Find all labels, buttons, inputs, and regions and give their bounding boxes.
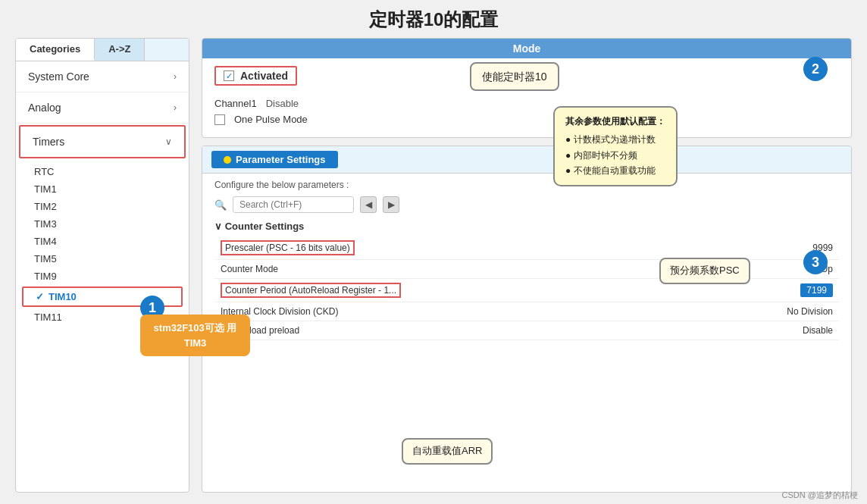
right-panel: Mode ✓ Activated Channel1 Disable One Pu… <box>202 38 852 493</box>
param-tab-label: Parameter Settings <box>236 154 326 165</box>
timer-rtc[interactable]: RTC <box>16 163 189 180</box>
chevron-right-icon: › <box>174 71 177 82</box>
tab-az[interactable]: A->Z <box>95 39 145 61</box>
table-row: Internal Clock Division (CKD) No Divisio… <box>214 302 839 321</box>
prev-arrow[interactable]: ◀ <box>360 196 377 213</box>
tab-categories[interactable]: Categories <box>16 39 95 61</box>
param-section: Parameter Settings Configure the below p… <box>202 146 852 493</box>
channel1-value: Disable <box>266 98 299 109</box>
table-row: Prescaler (PSC - 16 bits value) 9999 <box>214 236 839 260</box>
param-body: Configure the below parameters : 🔍 ◀ ▶ ∨… <box>202 174 851 492</box>
one-pulse-row: One Pulse Mode <box>214 114 839 125</box>
param-label: auto-reload preload <box>214 321 694 340</box>
table-row: auto-reload preload Disable <box>214 321 839 340</box>
timer-tim5[interactable]: TIM5 <box>16 250 189 268</box>
param-table: Prescaler (PSC - 16 bits value) 9999 Cou… <box>214 236 839 340</box>
stm32-callout: stm32F103可选 用TIM3 <box>140 315 250 356</box>
chevron-down-icon: ∨ <box>165 136 172 147</box>
arr-border: Counter Period (AutoReload Register - 1.… <box>221 283 401 298</box>
timer-tim1[interactable]: TIM1 <box>16 180 189 198</box>
timer-tim2[interactable]: TIM2 <box>16 198 189 215</box>
activated-checkbox[interactable]: ✓ <box>224 70 234 81</box>
param-header: Parameter Settings <box>202 146 851 174</box>
watermark: CSDN @追梦的桔梗 <box>782 490 858 501</box>
one-pulse-label: One Pulse Mode <box>234 114 308 125</box>
left-panel: Categories A->Z System Core › Analog › T… <box>15 38 189 493</box>
activated-row: ✓ Activated <box>214 66 297 86</box>
timer-tim9[interactable]: TIM9 <box>16 268 189 285</box>
search-input[interactable] <box>233 196 354 213</box>
channel1-label: Channel1 <box>214 98 257 109</box>
activated-label: Activated <box>240 70 288 82</box>
default-param-item: ● 不使能自动重载功能 <box>565 163 665 178</box>
enable-timer-callout: 使能定时器10 <box>470 62 559 91</box>
dot-icon <box>224 156 231 164</box>
tab-bar: Categories A->Z <box>16 39 189 61</box>
param-label: Internal Clock Division (CKD) <box>214 302 694 321</box>
nav-analog[interactable]: Analog › <box>16 92 189 124</box>
one-pulse-checkbox[interactable] <box>214 114 225 125</box>
check-icon: ✓ <box>36 291 44 302</box>
nav-system-core[interactable]: System Core › <box>16 61 189 92</box>
timer-tim3[interactable]: TIM3 <box>16 215 189 233</box>
param-label: Prescaler (PSC - 16 bits value) <box>214 236 694 260</box>
chevron-right-icon: › <box>174 102 177 113</box>
param-settings-tab[interactable]: Parameter Settings <box>211 151 338 168</box>
arr-value-badge: 7199 <box>800 283 833 297</box>
default-param-item: ● 内部时钟不分频 <box>565 148 665 163</box>
channel1-row: Channel1 Disable <box>214 98 839 109</box>
default-param-item: ● 计数模式为递增计数 <box>565 132 665 147</box>
badge-2: 2 <box>803 57 828 81</box>
search-row: 🔍 ◀ ▶ <box>214 196 839 213</box>
psc-border: Prescaler (PSC - 16 bits value) <box>221 240 355 255</box>
page-title: 定时器10的配置 <box>0 0 867 38</box>
param-label: Counter Period (AutoReload Register - 1.… <box>214 279 694 302</box>
timer-tim4[interactable]: TIM4 <box>16 233 189 250</box>
configure-text: Configure the below parameters : <box>214 180 839 190</box>
psc-callout: 预分频系数PSC <box>659 258 750 284</box>
search-icon: 🔍 <box>214 199 227 211</box>
nav-timers[interactable]: Timers ∨ <box>19 125 186 158</box>
counter-settings-label: ∨ Counter Settings <box>214 221 839 232</box>
param-value: No Division <box>694 302 839 321</box>
arr-callout: 自动重载值ARR <box>402 438 493 465</box>
default-params-callout: 其余参数使用默认配置： ● 计数模式为递增计数 ● 内部时钟不分频 ● 不使能自… <box>553 106 678 186</box>
mode-header: Mode <box>202 39 851 58</box>
param-label: Counter Mode <box>214 260 694 279</box>
badge-3: 3 <box>803 250 828 274</box>
param-value: Disable <box>694 321 839 340</box>
default-params-title: 其余参数使用默认配置： <box>565 114 665 129</box>
next-arrow[interactable]: ▶ <box>383 196 399 213</box>
